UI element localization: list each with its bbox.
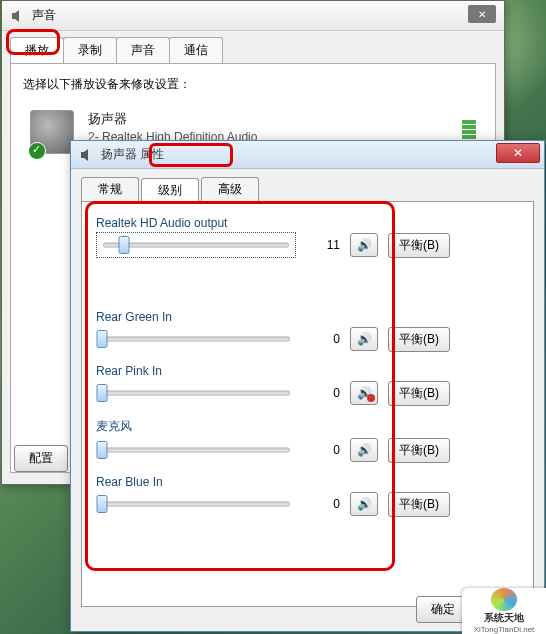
tab-levels[interactable]: 级别 bbox=[141, 178, 199, 202]
slider-value: 0 bbox=[306, 386, 340, 400]
slider-row: 0🔊平衡(B) bbox=[96, 326, 519, 352]
tab-sounds[interactable]: 声音 bbox=[116, 37, 170, 63]
slider-value: 0 bbox=[306, 332, 340, 346]
slider-label: 麦克风 bbox=[96, 418, 519, 435]
mute-button[interactable]: 🔊 bbox=[350, 381, 378, 405]
levels-panel: Realtek HD Audio output11🔊平衡(B)Rear Gree… bbox=[81, 201, 534, 607]
svg-rect-0 bbox=[12, 13, 15, 19]
slider-label: Rear Green In bbox=[96, 310, 519, 324]
properties-dialog: 扬声器 属性 ✕ 常规 级别 高级 Realtek HD Audio outpu… bbox=[70, 140, 545, 632]
mute-button[interactable]: 🔊 bbox=[350, 438, 378, 462]
balance-button[interactable]: 平衡(B) bbox=[388, 327, 450, 352]
close-button[interactable]: ✕ bbox=[468, 5, 496, 23]
sound-tabstrip: 播放 录制 声音 通信 bbox=[2, 31, 504, 63]
speaker-icon: 🔊 bbox=[357, 497, 372, 511]
properties-dialog-title: 扬声器 属性 bbox=[101, 146, 536, 163]
tab-communications[interactable]: 通信 bbox=[169, 37, 223, 63]
balance-button[interactable]: 平衡(B) bbox=[388, 381, 450, 406]
speaker-icon: 🔊 bbox=[357, 238, 372, 252]
volume-slider-group: Realtek HD Audio output11🔊平衡(B) bbox=[96, 216, 519, 258]
volume-slider[interactable] bbox=[96, 491, 296, 517]
mute-button[interactable]: 🔊 bbox=[350, 327, 378, 351]
device-name: 扬声器 bbox=[88, 110, 462, 128]
slider-value: 11 bbox=[306, 238, 340, 252]
svg-marker-3 bbox=[84, 149, 88, 161]
speaker-icon: 🔊 bbox=[357, 386, 372, 400]
volume-slider-group: Rear Green In0🔊平衡(B) bbox=[96, 310, 519, 352]
slider-row: 0🔊平衡(B) bbox=[96, 491, 519, 517]
tab-recording[interactable]: 录制 bbox=[63, 37, 117, 63]
volume-slider[interactable] bbox=[96, 232, 296, 258]
slider-row: 0🔊平衡(B) bbox=[96, 437, 519, 463]
balance-button[interactable]: 平衡(B) bbox=[388, 492, 450, 517]
volume-slider-group: Rear Pink In0🔊平衡(B) bbox=[96, 364, 519, 406]
slider-value: 0 bbox=[306, 443, 340, 457]
slider-row: 0🔊平衡(B) bbox=[96, 380, 519, 406]
default-check-icon bbox=[28, 142, 46, 160]
watermark-logo: 系统天地 XiTongTianDi.net bbox=[462, 588, 546, 634]
balance-button[interactable]: 平衡(B) bbox=[388, 438, 450, 463]
slider-label: Rear Blue In bbox=[96, 475, 519, 489]
slider-thumb[interactable] bbox=[97, 495, 108, 513]
balance-button[interactable]: 平衡(B) bbox=[388, 233, 450, 258]
configure-button[interactable]: 配置 bbox=[14, 445, 68, 472]
tab-general[interactable]: 常规 bbox=[81, 177, 139, 201]
properties-titlebar[interactable]: 扬声器 属性 ✕ bbox=[71, 141, 544, 169]
mute-button[interactable]: 🔊 bbox=[350, 233, 378, 257]
mute-button[interactable]: 🔊 bbox=[350, 492, 378, 516]
svg-marker-1 bbox=[15, 10, 19, 22]
sound-titlebar[interactable]: 声音 ✕ bbox=[2, 1, 504, 31]
close-button[interactable]: ✕ bbox=[496, 143, 540, 163]
muted-indicator-icon bbox=[367, 394, 375, 402]
properties-tabstrip: 常规 级别 高级 bbox=[71, 169, 544, 201]
watermark-url: XiTongTianDi.net bbox=[474, 625, 535, 634]
volume-slider-group: Rear Blue In0🔊平衡(B) bbox=[96, 475, 519, 517]
sound-icon bbox=[10, 8, 26, 24]
slider-value: 0 bbox=[306, 497, 340, 511]
volume-slider[interactable] bbox=[96, 326, 296, 352]
tab-playback[interactable]: 播放 bbox=[10, 37, 64, 63]
volume-slider-group: 麦克风0🔊平衡(B) bbox=[96, 418, 519, 463]
sound-dialog-title: 声音 bbox=[32, 7, 496, 24]
watermark-text: 系统天地 bbox=[484, 611, 524, 625]
tab-advanced[interactable]: 高级 bbox=[201, 177, 259, 201]
slider-label: Rear Pink In bbox=[96, 364, 519, 378]
svg-rect-2 bbox=[81, 152, 84, 158]
speaker-icon: 🔊 bbox=[357, 443, 372, 457]
slider-label: Realtek HD Audio output bbox=[96, 216, 519, 230]
volume-slider[interactable] bbox=[96, 437, 296, 463]
slider-thumb[interactable] bbox=[97, 384, 108, 402]
watermark-icon bbox=[491, 588, 517, 611]
slider-thumb[interactable] bbox=[97, 330, 108, 348]
device-instruction: 选择以下播放设备来修改设置： bbox=[23, 76, 483, 93]
slider-thumb[interactable] bbox=[118, 236, 129, 254]
speaker-icon: 🔊 bbox=[357, 332, 372, 346]
slider-thumb[interactable] bbox=[97, 441, 108, 459]
volume-slider[interactable] bbox=[96, 380, 296, 406]
speaker-icon bbox=[79, 147, 95, 163]
slider-row: 11🔊平衡(B) bbox=[96, 232, 519, 258]
